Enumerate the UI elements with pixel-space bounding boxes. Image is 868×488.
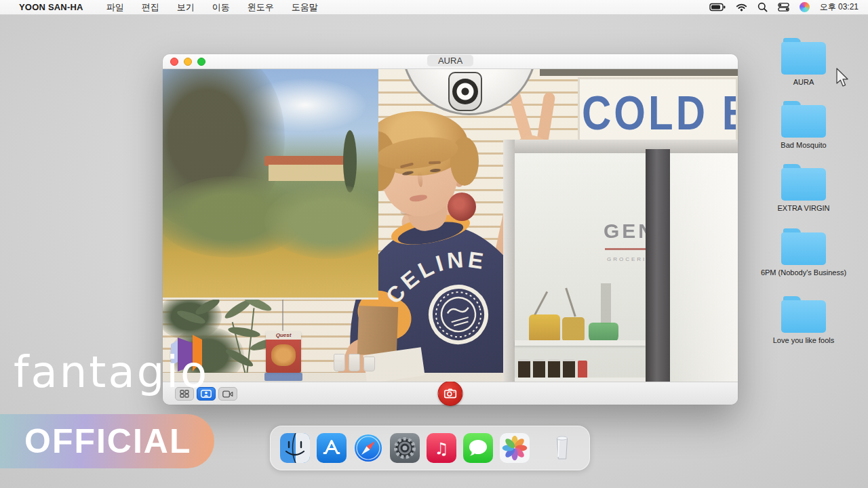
app-store-icon[interactable]: [317, 433, 347, 463]
fantagio-wordmark: fantagio: [14, 347, 209, 397]
ceiling-strip: [540, 69, 738, 76]
snack-box-label: Quest: [266, 331, 301, 340]
video-mode-button[interactable]: [218, 387, 237, 401]
trash-icon[interactable]: [547, 433, 577, 463]
menubar-clock: 오후 03:21: [820, 1, 859, 13]
amber-bottle: [529, 314, 560, 342]
menu-window[interactable]: 윈도우: [248, 1, 274, 14]
settings-icon[interactable]: [390, 433, 420, 463]
chimney-pole: [601, 283, 611, 324]
landscape-mural: [163, 69, 378, 300]
cooler-shelf: [515, 378, 646, 382]
svg-text:♫: ♫: [434, 439, 449, 458]
blue-packet: [264, 373, 302, 381]
red-sign-disc: [448, 192, 476, 221]
cookie-art: [271, 344, 296, 366]
traffic-lights: [170, 58, 205, 66]
wifi-icon[interactable]: [736, 3, 747, 12]
mural-bush: [264, 184, 378, 259]
control-center-icon[interactable]: [778, 3, 789, 12]
search-icon[interactable]: [757, 2, 768, 12]
snack-box: Quest: [266, 331, 301, 373]
menu-help[interactable]: 도움말: [292, 1, 318, 14]
amber-bottle: [562, 317, 585, 342]
wood-column: [357, 306, 398, 356]
mural-cypress: [343, 130, 357, 192]
menu-file[interactable]: 파일: [106, 1, 124, 14]
cold-sign-text: COLD BE: [580, 85, 738, 140]
window-title: AURA: [427, 55, 473, 66]
camera-shutter-button[interactable]: [438, 381, 463, 406]
menubar-menus: 파일 편집 보기 이동 윈도우 도움말: [106, 1, 318, 14]
official-badge: OFFICIAL: [0, 414, 214, 468]
fan-hub-ring: [452, 79, 478, 104]
mouse-cursor: [835, 68, 851, 88]
music-icon[interactable]: ♫: [427, 433, 456, 463]
eyebrow: [429, 161, 441, 165]
capture-toolbar: [163, 382, 738, 405]
menu-go[interactable]: 이동: [212, 1, 230, 14]
counter-edge: [163, 373, 512, 382]
window-titlebar[interactable]: AURA: [163, 54, 738, 69]
paper-cup: [349, 354, 360, 371]
folder-icon[interactable]: [781, 300, 826, 333]
cooler-shelf: [515, 340, 646, 346]
folder-icon[interactable]: [781, 42, 826, 75]
menu-view[interactable]: 보기: [177, 1, 195, 14]
official-badge-text: OFFICIAL: [0, 422, 192, 461]
close-button[interactable]: [170, 58, 178, 66]
cooler-left-frame: [503, 140, 515, 382]
mural-house: [269, 165, 350, 181]
menubar-app-name: YOON SAN-HA: [19, 2, 83, 12]
messages-icon[interactable]: [463, 433, 493, 463]
folder-6pm[interactable]: 6PM (Nobody's Business): [756, 232, 851, 277]
folder-extra-virgin[interactable]: EXTRA VIRGIN: [756, 168, 851, 212]
paper-cup: [334, 354, 345, 371]
finder-icon[interactable]: [280, 433, 310, 463]
zoom-button[interactable]: [197, 58, 205, 66]
cooler-door-divider: [646, 149, 670, 382]
cold-beer-sign: COLD BE: [578, 77, 738, 148]
menu-edit[interactable]: 편집: [142, 1, 159, 14]
siri-icon[interactable]: [800, 2, 810, 12]
folder-icon[interactable]: [781, 105, 826, 138]
minimize-button[interactable]: [184, 58, 192, 66]
paper-cup: [363, 357, 375, 371]
folder-label: Love you like fools: [756, 336, 851, 344]
cooler-top-frame: [503, 140, 738, 153]
folder-bad-mosquito[interactable]: Bad Mosquito: [756, 105, 851, 149]
cooler-glass-door: [515, 153, 738, 382]
folder-label: 6PM (Nobody's Business): [756, 268, 851, 277]
folder-label: Bad Mosquito: [756, 141, 851, 149]
camera-preview: COLD BE GENE GROCERIES Quest: [163, 69, 738, 382]
photo-booth-window: AURA COLD BE GENE GROCERIES: [163, 54, 738, 405]
menu-bar: YOON SAN-HA 파일 편집 보기 이동 윈도우 도움말 오후: [0, 0, 868, 15]
folder-label: EXTRA VIRGIN: [756, 204, 851, 212]
folder-love-you-like-fools[interactable]: Love you like fools: [756, 300, 851, 344]
dock: ♫: [270, 426, 590, 470]
folder-icon[interactable]: [781, 168, 826, 201]
photos-icon[interactable]: [500, 433, 530, 463]
battery-icon[interactable]: [709, 3, 726, 12]
folder-icon[interactable]: [781, 232, 826, 265]
display-hook: [282, 300, 283, 332]
safari-icon[interactable]: [353, 433, 383, 463]
